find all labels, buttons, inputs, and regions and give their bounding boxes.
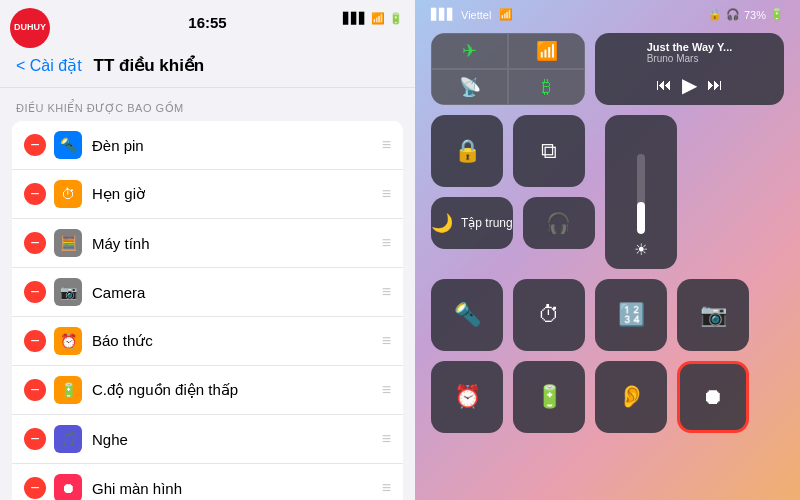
music-artist: Bruno Mars	[647, 53, 733, 64]
drag-handle[interactable]: ≡	[382, 136, 391, 154]
lowpower-button[interactable]: 🔋	[513, 361, 585, 433]
back-button[interactable]: < Cài đặt	[16, 56, 82, 75]
remove-button[interactable]: −	[24, 379, 46, 401]
music-player[interactable]: Just the Way Y... Bruno Mars ⏮ ▶ ⏭	[595, 33, 784, 105]
list-item: − 🔋 C.độ nguồn điện thấp ≡	[12, 366, 403, 415]
drag-handle[interactable]: ≡	[382, 234, 391, 252]
drag-handle[interactable]: ≡	[382, 283, 391, 301]
phone-wifi-icon: 📶	[499, 8, 513, 21]
brightness-fill	[637, 202, 645, 234]
screen-record-icon: ⏺	[702, 384, 724, 410]
drag-handle[interactable]: ≡	[382, 430, 391, 448]
drag-handle[interactable]: ≡	[382, 185, 391, 203]
brightness-icon: ☀	[634, 240, 648, 259]
cc-row-1: ✈ 📶 📡 ₿ Just the Way Y... Bruno Mars ⏮ ▶	[431, 33, 784, 105]
item-icon-baothuc: ⏰	[54, 327, 82, 355]
phone-headphone-icon: 🎧	[726, 8, 740, 21]
remove-button[interactable]: −	[24, 330, 46, 352]
status-time: 16:55	[188, 14, 226, 31]
airpods-button[interactable]: 🎧	[523, 197, 595, 249]
calculator-icon: 🔢	[618, 302, 645, 328]
remove-button[interactable]: −	[24, 428, 46, 450]
play-button[interactable]: ▶	[682, 73, 697, 97]
music-controls: ⏮ ▶ ⏭	[656, 73, 723, 97]
timer-button[interactable]: ⏱	[513, 279, 585, 351]
cc-row-2a: 🔒 ⧉	[431, 115, 595, 187]
section-included-label: ĐIỀU KHIỂN ĐƯỢC BAO GỒM	[0, 88, 415, 121]
remove-button[interactable]: −	[24, 477, 46, 499]
focus-label: Tập trung	[461, 216, 513, 230]
flashlight-icon: 🔦	[454, 302, 481, 328]
camera-button[interactable]: 📷	[677, 279, 749, 351]
alarm-button[interactable]: ⏰	[431, 361, 503, 433]
item-label-nghe: Nghe	[92, 431, 382, 448]
lock-rotation-icon: 🔒	[454, 138, 481, 164]
drag-handle[interactable]: ≡	[382, 479, 391, 497]
phone-carrier: Viettel	[461, 9, 491, 21]
item-label-camera: Camera	[92, 284, 382, 301]
music-title: Just the Way Y...	[647, 41, 733, 53]
phone-background: ▋▋▋ Viettel 📶 🔒 🎧 73% 🔋 ✈ 📶 📡	[415, 0, 800, 500]
remove-button[interactable]: −	[24, 281, 46, 303]
airpods-icon: 🎧	[546, 211, 571, 235]
signal-icon: ▋▋▋	[343, 12, 367, 25]
network-group[interactable]: ✈ 📶 📡 ₿	[431, 33, 585, 105]
list-item: − 🧮 Máy tính ≡	[12, 219, 403, 268]
phone-signal: ▋▋▋	[431, 8, 455, 21]
phone-panel: ▋▋▋ Viettel 📶 🔒 🎧 73% 🔋 ✈ 📶 📡	[415, 0, 800, 500]
scroll-content: ĐIỀU KHIỂN ĐƯỢC BAO GỒM − 🔦 Đèn pin ≡ − …	[0, 88, 415, 500]
cellular-button[interactable]: 📶	[508, 33, 585, 69]
phone-lock-icon: 🔒	[708, 8, 722, 21]
list-item: − 🔦 Đèn pin ≡	[12, 121, 403, 170]
camera-icon: 📷	[700, 302, 727, 328]
item-label-record: Ghi màn hình	[92, 480, 382, 497]
calculator-button[interactable]: 🔢	[595, 279, 667, 351]
item-label-henggio: Hẹn giờ	[92, 185, 382, 203]
cc-row-4: ⏰ 🔋 👂 ⏺	[431, 361, 784, 433]
screen-record-button[interactable]: ⏺	[677, 361, 749, 433]
alarm-icon: ⏰	[454, 384, 481, 410]
brightness-bar	[637, 154, 645, 234]
prev-track-button[interactable]: ⏮	[656, 76, 672, 94]
remove-button[interactable]: −	[24, 134, 46, 156]
control-center: ✈ 📶 📡 ₿ Just the Way Y... Bruno Mars ⏮ ▶	[415, 25, 800, 451]
screen-mirror-button[interactable]: ⧉	[513, 115, 585, 187]
brightness-slider[interactable]: ☀	[605, 115, 677, 269]
logo-line1: DU	[14, 23, 27, 33]
status-icons: ▋▋▋ 📶 🔋	[343, 12, 403, 25]
focus-mode-button[interactable]: 🌙 Tập trung	[431, 197, 513, 249]
cc-row-2b: 🌙 Tập trung 🎧	[431, 197, 595, 249]
cc-row-2: 🔒 ⧉ 🌙 Tập trung 🎧	[431, 115, 784, 269]
status-bar: 16:55 ▋▋▋ 📶 🔋	[0, 0, 415, 44]
wifi-icon: 📶	[371, 12, 385, 25]
music-info: Just the Way Y... Bruno Mars	[647, 41, 733, 64]
phone-battery-pct: 73%	[744, 9, 766, 21]
phone-status-left: ▋▋▋ Viettel 📶	[431, 8, 513, 21]
remove-button[interactable]: −	[24, 183, 46, 205]
bluetooth-button[interactable]: ₿	[508, 69, 585, 105]
item-label-lowpower: C.độ nguồn điện thấp	[92, 381, 382, 399]
item-icon-record: ⏺	[54, 474, 82, 500]
airplane-mode-button[interactable]: ✈	[431, 33, 508, 69]
flashlight-button[interactable]: 🔦	[431, 279, 503, 351]
item-icon-lowpower: 🔋	[54, 376, 82, 404]
remove-button[interactable]: −	[24, 232, 46, 254]
duchuy-logo: DU HUY	[10, 8, 50, 48]
item-label-denpin: Đèn pin	[92, 137, 382, 154]
item-icon-denpin: 🔦	[54, 131, 82, 159]
network-grid: ✈ 📶 📡 ₿	[431, 33, 585, 105]
wifi-button[interactable]: 📡	[431, 69, 508, 105]
logo-line2: HUY	[27, 23, 46, 33]
next-track-button[interactable]: ⏭	[707, 76, 723, 94]
lowpower-icon: 🔋	[536, 384, 563, 410]
included-list: − 🔦 Đèn pin ≡ − ⏱ Hẹn giờ ≡ − 🧮 Máy tính…	[12, 121, 403, 500]
drag-handle[interactable]: ≡	[382, 332, 391, 350]
rotation-lock-button[interactable]: 🔒	[431, 115, 503, 187]
drag-handle[interactable]: ≡	[382, 381, 391, 399]
settings-panel: DU HUY 16:55 ▋▋▋ 📶 🔋 < Cài đặt TT điều k…	[0, 0, 415, 500]
timer-icon: ⏱	[538, 302, 560, 328]
hearing-button[interactable]: 👂	[595, 361, 667, 433]
mirror-icon: ⧉	[541, 138, 557, 164]
cc-row-3: 🔦 ⏱ 🔢 📷	[431, 279, 784, 351]
list-item: − 🎵 Nghe ≡	[12, 415, 403, 464]
